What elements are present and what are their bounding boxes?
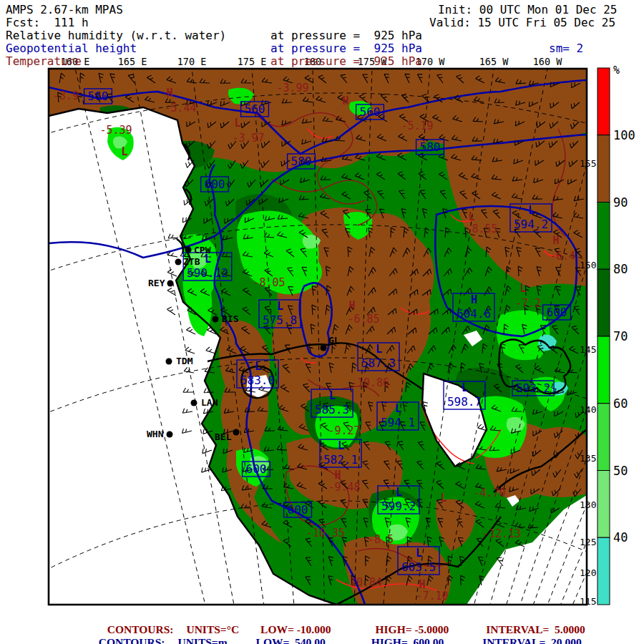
height-contour-label: 580 [416,140,444,155]
height-contour-label: 600 [243,462,270,477]
temperature-label: -10.84 [343,576,382,589]
svg-text:594.1: 594.1 [381,416,415,429]
temperature-label: -8.05 [253,276,285,289]
temperature-label: -5.39 [99,124,132,137]
temperature-label: -5.19 [401,119,433,132]
field-hgt-level: at pressure = 925 hPa [270,42,422,55]
high-marker: H [552,234,559,247]
init-time: Init: 00 UTC Mon 01 Dec 25 [438,4,617,16]
svg-text:594.2: 594.2 [514,218,548,231]
svg-text:560: 560 [360,105,381,119]
height-contour-label: 560 [356,104,384,119]
height-contour-label: 600 [543,305,571,320]
temperature-label: -6.4 [550,250,575,263]
high-marker: H [342,94,348,107]
temperature-label: -9.48 [328,481,360,494]
high-marker: H [334,469,341,482]
station-label: GL [328,335,340,346]
temperature-label: -3.9 [53,89,79,102]
model-title: AMPS 2.67-km MPAS [6,4,123,16]
station-label: TDM [176,356,193,366]
low-marker: L [519,282,526,295]
temperature-label: -4.70 [473,487,505,499]
temperature-label: -12.13 [482,527,521,540]
temperature-label: -8.55 [465,223,497,235]
colorbar-tick-label: 50 [613,464,628,478]
svg-text:580: 580 [420,140,441,154]
svg-text:L: L [376,343,382,356]
temperature-label: -7.10 [416,590,448,602]
contour-interval: INTERVAL= 20.000 [482,636,582,644]
temperature-label: -7.2 [515,297,541,310]
amps-forecast-page: { "header": { "model": "AMPS 2.67-km MPA… [0,0,644,644]
svg-text:593.2: 593.2 [516,381,550,395]
field-tmp-label: Temperature [6,55,82,68]
svg-text:583.0: 583.0 [240,374,275,387]
longitude-tick-label: 165 E [118,56,147,67]
svg-text:600: 600 [547,306,567,319]
svg-text:575.8: 575.8 [263,313,297,327]
temperature-label: -9.27 [328,424,360,437]
low-marker: L [234,117,240,130]
svg-text:L: L [396,486,402,499]
forecast-hour: Fcst: 111 h [6,16,89,29]
station-label: BEL [215,431,232,442]
svg-text:604.6: 604.6 [457,307,491,321]
colorbar-segment [597,336,610,404]
svg-text:590.12: 590.12 [187,266,228,280]
colorbar-segment [597,269,610,336]
svg-text:L: L [462,381,468,394]
colorbar-tick-label: 70 [613,329,628,343]
height-contour-label: 580 [288,154,316,169]
longitude-tick-label: 165 W [479,56,509,67]
colorbar-segment [597,68,610,135]
temperature-label: -5.44 [164,102,196,114]
svg-text:L: L [528,204,535,217]
colorbar-tick-label: 40 [613,530,628,545]
station-label: BIS [222,313,239,324]
terrain-layer [49,69,587,605]
low-marker: L [468,210,474,223]
station-label: REY [148,278,165,288]
colorbar-tick-label: 60 [613,396,628,411]
height-contour-label: 560 [241,102,269,117]
station-label: ZTB [183,256,200,267]
colorbar: %100908070605040 [597,64,635,605]
field-rh-label: Relative humidity (w.r.t. water) [6,29,226,42]
temperature-label: -3.97 [232,132,264,145]
svg-text:L: L [416,547,422,560]
contour-high: HIGH= 600.00 [371,636,444,644]
contour-units: UNITS=m [177,636,227,644]
contour-info-height: CONTOURS:UNITS=mLOW= 540.00HIGH= 600.00I… [93,623,582,644]
colorbar-tick-label: 100 [613,128,635,142]
svg-text:582.1: 582.1 [323,453,358,467]
svg-text:585.3: 585.3 [315,403,349,416]
colorbar-segment [597,471,610,538]
low-marker: L [121,145,127,158]
svg-text:560: 560 [88,89,109,103]
station-label: WHN [147,429,164,439]
colorbar-unit: % [613,64,620,77]
forecast-map: 160 E165 E170 E175 E180175 W170 W165 W16… [0,0,644,644]
svg-text:600: 600 [288,503,308,517]
svg-text:L: L [338,439,344,452]
colorbar-tick-label: 80 [613,262,628,276]
svg-text:L: L [277,300,283,313]
longitude-tick-label: 170 E [177,56,207,67]
field-hgt-label: Geopotential height [6,42,137,55]
svg-text:580: 580 [291,155,312,168]
smoothing-note: sm= 2 [549,42,583,55]
temperature-label: -10.35 [306,527,345,540]
svg-text:H: H [471,293,477,306]
colorbar-segment [597,135,610,203]
colorbar-segment [597,404,610,471]
svg-text:560: 560 [245,102,265,116]
field-rh-level: at pressure = 925 hPa [270,29,422,42]
valid-time: Valid: 15 UTC Fri 05 Dec 25 [429,16,615,29]
temperature-label: -3.99 [276,82,308,94]
svg-text:L: L [395,402,401,415]
temperature-label: -6.85 [347,313,379,326]
svg-text:599.2: 599.2 [381,499,416,513]
svg-text:600: 600 [205,177,225,191]
station-label: CPW [194,245,211,255]
